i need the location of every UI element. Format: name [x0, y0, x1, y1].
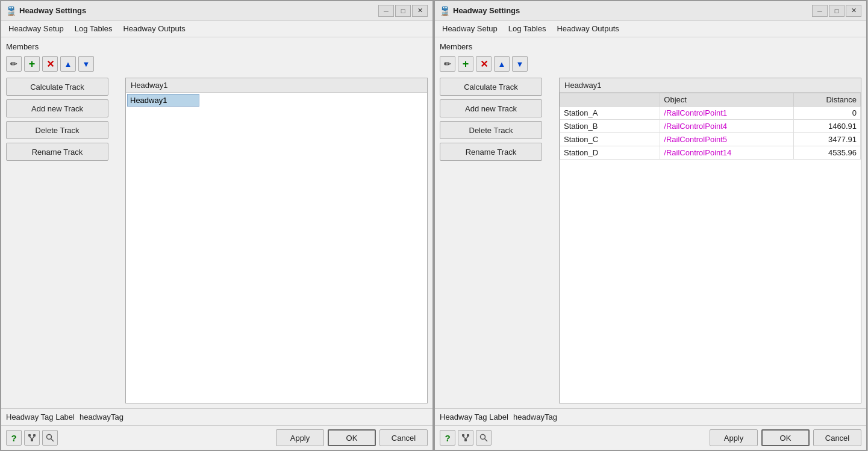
search-btn-right[interactable]: [476, 430, 492, 446]
members-toolbar-right: ✏ + ✕ ▲ ▼: [440, 56, 861, 72]
add-btn-left[interactable]: +: [24, 56, 40, 72]
apply-btn-left[interactable]: Apply: [276, 429, 324, 446]
members-label-right: Members: [440, 42, 861, 51]
calculate-track-btn-left[interactable]: Calculate Track: [6, 78, 108, 96]
maximize-button-left[interactable]: □: [395, 5, 411, 17]
dialog-body-right: Members ✏ + ✕ ▲ ▼ Calculate Track Add ne…: [435, 37, 866, 408]
dialog-left: 🚆 Headway Settings ─ □ ✕ Headway Setup L…: [0, 0, 434, 451]
menu-headway-setup-right[interactable]: Headway Setup: [437, 23, 502, 34]
ok-btn-right[interactable]: OK: [761, 429, 810, 446]
search-btn-left[interactable]: [42, 430, 58, 446]
cancel-btn-left[interactable]: Cancel: [379, 429, 428, 446]
delete-track-btn-right[interactable]: Delete Track: [440, 121, 542, 139]
table-row[interactable]: Station_C/RailControlPoint53477.91: [560, 133, 861, 146]
help-btn-right[interactable]: ?: [440, 430, 455, 446]
action-panel-left: Calculate Track Add new Track Delete Tra…: [6, 78, 120, 403]
track-table-right[interactable]: Object Distance Station_A/RailControlPoi…: [560, 93, 861, 403]
title-controls-right: ─ □ ✕: [812, 5, 861, 17]
members-label-left: Members: [6, 42, 428, 51]
svg-line-10: [463, 437, 466, 439]
menu-headway-outputs-right[interactable]: Headway Outputs: [552, 23, 623, 34]
station-table: Object Distance Station_A/RailControlPoi…: [560, 93, 861, 160]
help-btn-left[interactable]: ?: [6, 430, 22, 446]
main-content-left: Calculate Track Add new Track Delete Tra…: [6, 78, 428, 403]
menu-headway-outputs-left[interactable]: Headway Outputs: [118, 23, 190, 34]
svg-point-12: [481, 435, 486, 440]
delete-track-btn-left[interactable]: Delete Track: [6, 121, 108, 139]
col-object: Object: [660, 93, 794, 107]
track-item-left[interactable]: Headway1: [127, 94, 199, 107]
title-bar-left: 🚆 Headway Settings ─ □ ✕: [1, 1, 432, 20]
delete-btn-right[interactable]: ✕: [476, 56, 492, 72]
add-new-track-btn-right[interactable]: Add new Track: [440, 99, 542, 117]
close-button-left[interactable]: ✕: [412, 5, 428, 17]
dialog-right: 🚆 Headway Settings ─ □ ✕ Headway Setup L…: [434, 0, 867, 451]
svg-line-3: [30, 437, 32, 439]
tag-label-left: Headway Tag Label: [6, 412, 75, 421]
add-new-track-btn-left[interactable]: Add new Track: [6, 99, 108, 117]
minimize-button-right[interactable]: ─: [812, 5, 828, 17]
down-btn-right[interactable]: ▼: [512, 56, 528, 72]
cell-distance: 4535.96: [794, 146, 861, 160]
table-row[interactable]: Station_B/RailControlPoint41460.91: [560, 120, 861, 133]
svg-rect-1: [33, 434, 36, 437]
tag-label-right: Headway Tag Label: [440, 412, 508, 421]
maximize-button-right[interactable]: □: [829, 5, 845, 17]
cell-object: /RailControlPoint4: [660, 120, 794, 133]
tree-btn-left[interactable]: [24, 430, 40, 446]
ok-btn-left[interactable]: OK: [328, 429, 376, 446]
cell-distance: 3477.91: [794, 133, 861, 146]
bottom-buttons-left: Apply OK Cancel: [276, 429, 428, 446]
track-list-left[interactable]: Headway1: [126, 93, 427, 403]
menu-headway-setup-left[interactable]: Headway Setup: [4, 23, 69, 34]
bottom-bar-right: ? Apply OK Cancel: [435, 425, 866, 450]
main-content-right: Calculate Track Add new Track Delete Tra…: [440, 78, 861, 403]
track-panel-right: Headway1 Object Distance Station_A/RailC…: [559, 78, 861, 403]
edit-btn-right[interactable]: ✏: [440, 56, 455, 72]
calculate-track-btn-right[interactable]: Calculate Track: [440, 78, 542, 96]
svg-rect-8: [467, 434, 469, 437]
headway-icon-right: 🚆: [440, 6, 449, 16]
cell-station: Station_A: [560, 107, 660, 120]
up-btn-left[interactable]: ▲: [60, 56, 76, 72]
edit-btn-left[interactable]: ✏: [6, 56, 22, 72]
delete-btn-left[interactable]: ✕: [42, 56, 58, 72]
col-station: [560, 93, 660, 107]
minimize-button-left[interactable]: ─: [378, 5, 394, 17]
down-btn-left[interactable]: ▼: [78, 56, 94, 72]
track-header-right: Headway1: [560, 78, 861, 93]
members-toolbar-left: ✏ + ✕ ▲ ▼: [6, 56, 428, 72]
add-btn-right[interactable]: +: [458, 56, 473, 72]
title-text-left: Headway Settings: [19, 6, 375, 15]
svg-line-4: [32, 437, 34, 439]
title-bar-right: 🚆 Headway Settings ─ □ ✕: [435, 1, 866, 20]
rename-track-btn-left[interactable]: Rename Track: [6, 143, 108, 161]
footer-left: Headway Tag Label headwayTag: [1, 408, 432, 425]
track-header-left: Headway1: [126, 78, 427, 93]
svg-rect-7: [462, 434, 464, 437]
cell-station: Station_C: [560, 133, 660, 146]
svg-rect-2: [31, 439, 33, 441]
up-btn-right[interactable]: ▲: [494, 56, 510, 72]
footer-right: Headway Tag Label headwayTag: [435, 408, 866, 425]
tree-btn-right[interactable]: [458, 430, 473, 446]
menu-bar-right: Headway Setup Log Tables Headway Outputs: [435, 20, 866, 37]
menu-log-tables-left[interactable]: Log Tables: [70, 23, 117, 34]
table-row[interactable]: Station_D/RailControlPoint144535.96: [560, 146, 861, 160]
menu-bar-left: Headway Setup Log Tables Headway Outputs: [1, 20, 432, 37]
rename-track-btn-right[interactable]: Rename Track: [440, 143, 542, 161]
tag-value-right: headwayTag: [513, 412, 557, 421]
bottom-bar-left: ? Apply OK Cancel: [1, 425, 432, 450]
bottom-buttons-right: Apply OK Cancel: [710, 429, 861, 446]
apply-btn-right[interactable]: Apply: [710, 429, 758, 446]
menu-log-tables-right[interactable]: Log Tables: [504, 23, 551, 34]
svg-line-11: [466, 437, 468, 439]
cell-distance: 1460.91: [794, 120, 861, 133]
cell-object: /RailControlPoint14: [660, 146, 794, 160]
close-button-right[interactable]: ✕: [846, 5, 861, 17]
col-distance: Distance: [794, 93, 861, 107]
cancel-btn-right[interactable]: Cancel: [813, 429, 861, 446]
svg-rect-9: [464, 439, 467, 441]
table-row[interactable]: Station_A/RailControlPoint10: [560, 107, 861, 120]
track-panel-left: Headway1 Headway1: [125, 78, 428, 403]
